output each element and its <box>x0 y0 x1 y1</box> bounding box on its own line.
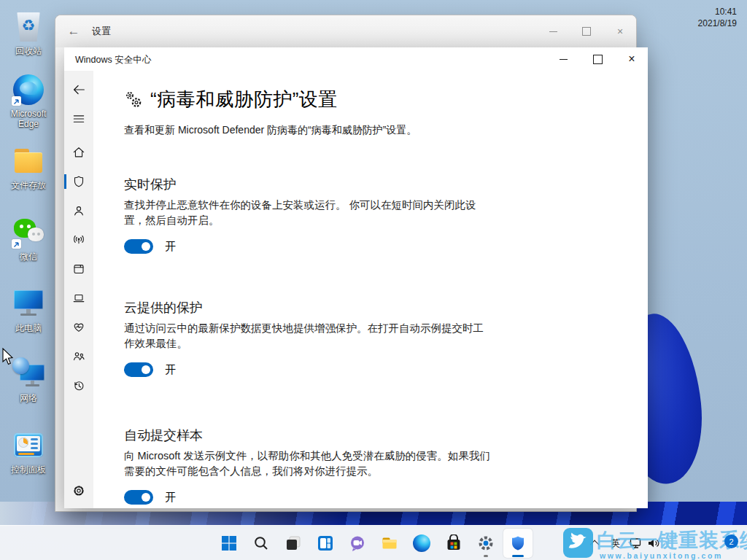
tray-show-hidden[interactable] <box>592 526 599 560</box>
sidebar-item-firewall-network[interactable] <box>64 227 93 253</box>
minimize-icon <box>549 31 557 32</box>
arrow-left-icon <box>71 82 87 98</box>
close-button[interactable]: × <box>603 15 637 47</box>
desktop-icon-label: Microsoft Edge <box>2 109 55 129</box>
cloud-protection-toggle[interactable] <box>124 362 153 377</box>
settings-button[interactable] <box>471 529 500 558</box>
section-sample-submission: 自动提交样本 向 Microsoft 发送示例文件，以帮助你和其他人免受潜在威胁… <box>124 427 492 505</box>
section-body: 查找并停止恶意软件在你的设备上安装或运行。 你可以在短时间内关闭此设置，然后自动… <box>124 198 492 228</box>
running-indicator <box>484 555 488 557</box>
search-button[interactable] <box>247 529 276 558</box>
speaker-icon <box>646 536 661 551</box>
desktop-icon-this-pc[interactable]: 此电脑 <box>2 287 55 333</box>
taskbar: 英 <box>0 525 747 560</box>
desktop-icon-label: 网络 <box>2 393 55 403</box>
sidebar-item-device-performance-health[interactable] <box>64 314 93 341</box>
this-pc-icon <box>11 287 46 321</box>
shortcut-arrow-icon <box>12 239 21 249</box>
notification-badge[interactable]: 2 <box>724 534 738 548</box>
tray-volume[interactable] <box>646 526 661 560</box>
sidebar-item-device-security[interactable] <box>64 285 93 311</box>
sample-submission-toggle[interactable] <box>124 490 153 505</box>
desktop-icon-edge[interactable]: Microsoft Edge <box>2 73 55 129</box>
desktop-icon-label: 回收站 <box>2 46 55 56</box>
maximize-icon <box>582 27 591 36</box>
sidebar-back-button[interactable] <box>64 77 93 103</box>
display-icon <box>629 536 643 551</box>
sidebar-item-settings[interactable] <box>64 478 93 504</box>
toggle-knob <box>142 493 150 502</box>
shield-icon <box>71 174 86 189</box>
minimize-button[interactable] <box>536 15 570 47</box>
ime-label: 英 <box>611 537 621 550</box>
widgets-icon <box>317 534 334 552</box>
desktop-icon-recycle-bin[interactable]: ♻ 回收站 <box>2 10 55 56</box>
hamburger-icon <box>71 112 86 126</box>
folder-icon <box>11 144 46 178</box>
focused-indicator <box>512 555 524 557</box>
app-window-icon <box>71 262 86 276</box>
maximize-icon <box>593 55 603 64</box>
toggle-state-label: 开 <box>165 363 176 377</box>
mouse-cursor <box>1 348 15 370</box>
desktop-icon-wechat[interactable]: 微信 <box>2 216 55 262</box>
desktop-icon-label: 控制面板 <box>2 464 55 475</box>
tray-display[interactable] <box>629 526 643 560</box>
section-body: 通过访问云中的最新保护数据更快地提供增强保护。在打开自动示例提交时工作效果最佳。 <box>124 321 492 351</box>
desktop-icon-label: 此电脑 <box>2 323 55 333</box>
gear-icon <box>71 483 86 498</box>
security-content: “病毒和威胁防护”设置 查看和更新 Microsoft Defender 防病毒… <box>93 71 648 508</box>
toggle-knob <box>142 242 150 251</box>
chat-icon <box>349 534 366 552</box>
sidebar-item-app-browser-control[interactable] <box>64 256 93 282</box>
windows-security-window: Windows 安全中心 × <box>64 47 648 508</box>
recycle-bin-icon: ♻ <box>11 10 46 44</box>
maximize-button[interactable] <box>570 15 603 47</box>
laptop-icon <box>71 291 86 306</box>
security-titlebar: Windows 安全中心 × <box>64 47 648 71</box>
windows-security-button[interactable] <box>503 529 533 558</box>
chevron-up-icon <box>590 540 600 549</box>
section-cloud-protection: 云提供的保护 通过访问云中的最新保护数据更快地提供增强保护。在打开自动示例提交时… <box>124 299 492 377</box>
sidebar-menu-button[interactable] <box>64 106 93 132</box>
toggle-state-label: 开 <box>165 491 176 505</box>
page-subtitle: 查看和更新 Microsoft Defender 防病毒的“病毒和威胁防护”设置… <box>124 124 417 137</box>
sidebar-item-account-protection[interactable] <box>64 198 93 224</box>
minimize-button[interactable] <box>546 47 580 71</box>
home-icon <box>71 145 86 160</box>
store-icon <box>445 534 462 552</box>
search-icon <box>253 535 269 551</box>
clock-date: 2021/8/19 <box>684 18 737 29</box>
file-explorer-button[interactable] <box>375 529 404 558</box>
toggle-knob <box>142 365 150 374</box>
task-view-icon <box>285 534 302 552</box>
settings-window-title: 设置 <box>92 25 111 38</box>
close-button[interactable]: × <box>615 47 649 71</box>
desktop-icon-label: 文件存放 <box>2 180 55 190</box>
store-button[interactable] <box>439 529 468 558</box>
chat-button[interactable] <box>343 529 372 558</box>
desktop-icon-file-storage[interactable]: 文件存放 <box>2 144 55 190</box>
clock-time: 10:41 <box>684 6 737 18</box>
page-title: “病毒和威胁防护”设置 <box>150 87 338 112</box>
back-arrow-icon[interactable]: ← <box>64 23 83 40</box>
task-view-button[interactable] <box>279 529 308 558</box>
sidebar-item-home[interactable] <box>64 139 93 166</box>
sidebar-item-virus-threat-protection[interactable] <box>64 168 93 195</box>
sidebar-item-protection-history[interactable] <box>64 373 93 399</box>
tray-input-method[interactable]: 英 <box>611 526 621 560</box>
windows-logo-icon <box>221 535 237 551</box>
edge-button[interactable] <box>407 529 436 558</box>
desktop-icon-control-panel[interactable]: 控制面板 <box>2 429 55 475</box>
edge-icon <box>413 534 430 552</box>
shortcut-arrow-icon <box>12 96 21 106</box>
maximize-button[interactable] <box>581 47 614 71</box>
start-button[interactable] <box>214 529 244 558</box>
taskbar-clock[interactable]: 10:41 2021/8/19 <box>684 6 737 29</box>
security-window-title: Windows 安全中心 <box>75 54 151 66</box>
sidebar-item-family-options[interactable] <box>64 343 93 370</box>
realtime-protection-toggle[interactable] <box>124 239 153 254</box>
section-heading: 云提供的保护 <box>124 299 492 316</box>
widgets-button[interactable] <box>311 529 340 558</box>
family-icon <box>71 349 86 364</box>
